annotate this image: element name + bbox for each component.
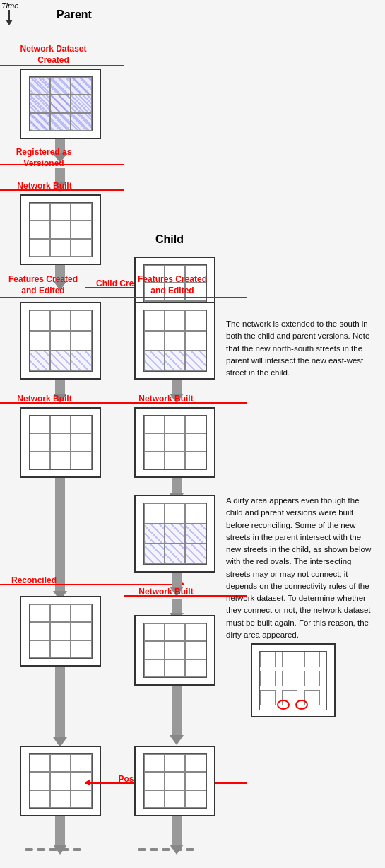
- red-line-network-built-parent-2: [0, 402, 124, 404]
- red-line-created: [0, 65, 124, 66]
- red-line-network-built-parent: [0, 189, 124, 191]
- parent-box-5: [20, 596, 101, 667]
- column-header-child: Child: [134, 233, 205, 246]
- parent-box-2: [20, 194, 101, 265]
- red-oval-1: [277, 700, 290, 710]
- column-header-parent: Parent: [28, 8, 120, 21]
- arrow-child-5-6: [170, 686, 184, 745]
- red-line-network-built-child: [124, 402, 247, 404]
- child-box-6: [134, 746, 215, 816]
- red-oval-2: [295, 700, 308, 710]
- arrow-parent-5-6: [53, 667, 67, 747]
- red-line-registered: [0, 164, 124, 165]
- child-box-3: [134, 407, 215, 478]
- red-line-reconciled: [0, 584, 184, 585]
- label-network-dataset-created: Network Dataset Created: [13, 44, 94, 66]
- child-box-2: [134, 302, 215, 380]
- parent-box-3: [20, 302, 101, 380]
- diagram-container: Time Parent Child Network Dataset Create…: [0, 0, 385, 868]
- child-box-4: [134, 495, 215, 573]
- red-line-features-parent: [0, 297, 124, 298]
- dashed-end-parent: [25, 848, 81, 851]
- parent-box-4: [20, 407, 101, 478]
- red-arrow-posted: [85, 779, 90, 786]
- label-features-created-parent: Features Created and Edited: [1, 274, 85, 296]
- annotation-text-2: A dirty area appears even though the chi…: [226, 495, 374, 641]
- dashed-end-child: [138, 848, 194, 851]
- small-dirty-area-diagram: [251, 643, 336, 717]
- child-box-5: [134, 615, 215, 686]
- label-features-created-child: Features Created and Edited: [131, 274, 214, 296]
- label-registered-versioned: Registered as Versioned: [1, 147, 86, 169]
- time-arrow: [6, 10, 13, 25]
- time-label: Time: [1, 1, 18, 10]
- parent-box-1: [20, 69, 101, 139]
- annotation-text-1: The network is extended to the south in …: [226, 318, 374, 379]
- red-line-features-child: [124, 297, 247, 298]
